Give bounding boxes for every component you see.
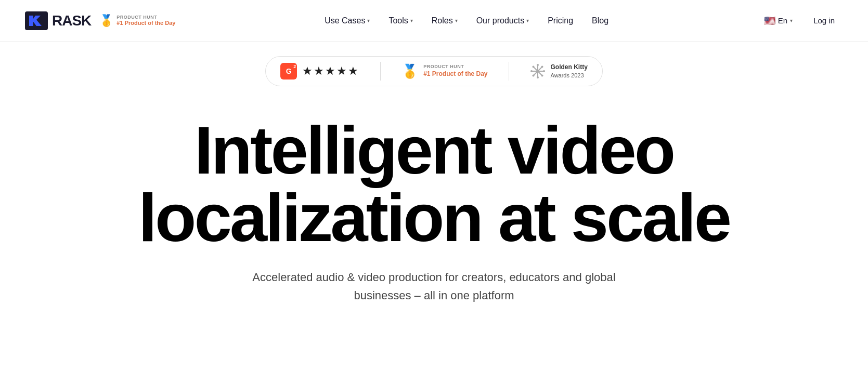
g2-stars: ★★★★★ [302,64,359,78]
nav-pricing[interactable]: Pricing [540,12,580,30]
chevron-down-icon: ▾ [526,18,529,23]
svg-point-12 [541,66,543,68]
svg-point-7 [537,76,539,78]
golden-kitty-badge: Golden Kitty Awards 2023 [530,63,588,79]
ph-header-label: PRODUCT HUNT [116,15,175,20]
navbar-left: RASK 🥇 PRODUCT HUNT #1 Product of the Da… [25,11,175,30]
chevron-down-icon: ▾ [410,18,413,23]
svg-point-13 [532,75,534,77]
ph-badge-label: PRODUCT HUNT [423,64,487,70]
nav-pricing-label: Pricing [548,16,573,25]
badges-strip: G2 ★★★★★ 🥇 PRODUCT HUNT #1 Product of th… [0,42,868,96]
nav-blog[interactable]: Blog [585,12,616,30]
gk-badge-sublabel: Awards 2023 [551,72,588,79]
navbar-right: 🇺🇸 En ▾ Log in [758,12,843,30]
svg-point-6 [537,64,539,66]
nav-tools[interactable]: Tools ▾ [381,12,420,30]
nav-our-products[interactable]: Our products ▾ [469,12,536,30]
brand-name: RASK [52,12,91,29]
nav-blog-label: Blog [592,16,608,25]
gk-badge-text: Golden Kitty Awards 2023 [551,63,588,79]
hero-subtitle: Accelerated audio & video production for… [252,268,616,304]
svg-point-11 [541,75,543,77]
nav-our-products-label: Our products [476,16,524,25]
navbar: RASK 🥇 PRODUCT HUNT #1 Product of the Da… [0,0,868,42]
login-button[interactable]: Log in [805,12,843,29]
ph-badge-icon: 🥇 [401,63,418,80]
medal-icon: 🥇 [99,14,113,28]
ph-badge-rank: #1 Product of the Day [423,70,487,78]
navbar-nav: Use Cases ▾ Tools ▾ Roles ▾ Our products… [175,12,757,30]
logo[interactable]: RASK [25,11,91,30]
nav-tools-label: Tools [388,16,408,25]
product-hunt-badge: 🥇 PRODUCT HUNT #1 Product of the Day [401,63,487,80]
nav-use-cases-label: Use Cases [325,16,365,25]
svg-point-9 [543,70,545,72]
language-selector[interactable]: 🇺🇸 En ▾ [758,12,799,30]
ph-header-rank: #1 Product of the Day [116,20,175,27]
gk-badge-label: Golden Kitty [551,63,588,72]
golden-kitty-icon [530,63,546,79]
chevron-down-icon: ▾ [790,18,793,23]
logo-icon [25,11,48,30]
hero-title: Intelligent video localization at scale [42,116,826,251]
badge-divider-1 [380,62,381,81]
badge-divider-2 [509,62,509,81]
svg-point-10 [532,66,534,68]
g2-logo-icon: G2 [280,63,297,80]
ph-header-text: PRODUCT HUNT #1 Product of the Day [116,15,175,27]
ph-badge-text: PRODUCT HUNT #1 Product of the Day [423,64,487,78]
g2-badge: G2 ★★★★★ [280,63,359,80]
nav-roles-label: Roles [432,16,453,25]
nav-roles[interactable]: Roles ▾ [424,12,465,30]
header-ph-badge: 🥇 PRODUCT HUNT #1 Product of the Day [99,14,175,28]
svg-point-8 [530,70,533,72]
badges-container: G2 ★★★★★ 🥇 PRODUCT HUNT #1 Product of th… [265,56,603,86]
nav-use-cases[interactable]: Use Cases ▾ [317,12,377,30]
hero-section: Intelligent video localization at scale … [0,96,868,325]
us-flag-icon: 🇺🇸 [764,15,775,27]
language-label: En [778,16,787,25]
chevron-down-icon: ▾ [455,18,458,23]
chevron-down-icon: ▾ [367,18,370,23]
